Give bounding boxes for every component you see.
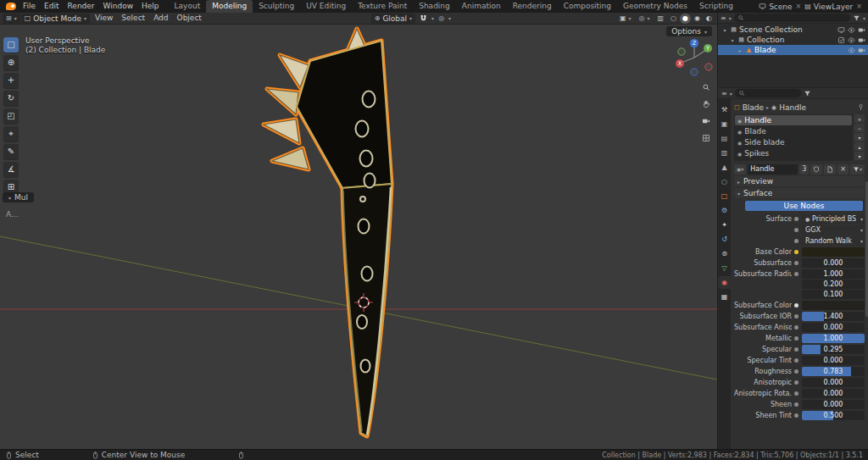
viewport-menu-select[interactable]: Select (117, 14, 149, 22)
shading-wireframe-button[interactable]: ○ (668, 14, 679, 24)
decorator-icon[interactable] (794, 250, 798, 254)
use-nodes-button[interactable]: Use Nodes (745, 201, 863, 211)
axis-z-negative-handle[interactable] (691, 69, 698, 75)
unlink-material-icon[interactable]: × (837, 164, 849, 175)
material-name-field[interactable]: Handle (748, 164, 798, 175)
move-tool[interactable]: + (3, 73, 19, 88)
subsurface-color-control[interactable] (802, 301, 865, 310)
menu-render[interactable]: Render (64, 2, 99, 10)
properties-editor-icon[interactable]: ≡ (721, 90, 727, 97)
navigation-gizmo[interactable]: Z X Y (671, 35, 717, 80)
menu-window[interactable]: Window (99, 2, 138, 10)
number-field[interactable]: 0.100 (802, 290, 865, 299)
viewport-menu-add[interactable]: Add (149, 14, 172, 22)
pin-icon[interactable] (857, 103, 865, 111)
menu-edit[interactable]: Edit (40, 2, 63, 10)
proportional-options-chevron[interactable]: ▾ (448, 15, 451, 21)
properties-tab-texture[interactable]: ▦ (718, 291, 731, 303)
viewport-menu-object[interactable]: Object (173, 14, 206, 22)
eye-icon[interactable] (848, 47, 855, 54)
decorator-icon[interactable] (794, 380, 798, 385)
scene-unlink-icon[interactable]: × (795, 3, 803, 10)
snap-toggle[interactable] (416, 14, 431, 24)
material-slot-side-blade[interactable]: ◉Side blade (735, 137, 852, 147)
anisotropic-control[interactable]: 0.000 (802, 378, 865, 387)
cursor-tool[interactable]: ⊕ (3, 55, 19, 70)
camera-view-icon[interactable] (699, 114, 712, 127)
decorator-icon[interactable] (794, 239, 798, 243)
axis-x-negative-handle[interactable] (705, 64, 712, 70)
outliner-row-scene-collection[interactable]: ▾▤Scene Collection (718, 25, 868, 35)
workspace-tab-rendering[interactable]: Rendering (507, 0, 558, 13)
eye-icon[interactable] (848, 26, 855, 34)
new-material-icon[interactable] (824, 164, 836, 175)
properties-tab-world[interactable]: ○ (718, 175, 731, 188)
add-slot-button[interactable]: + (854, 114, 865, 123)
surface-panel-header[interactable]: ▾ Surface (734, 188, 865, 198)
properties-tab-particles[interactable]: ✦ (718, 219, 731, 231)
menu-help[interactable]: Help (137, 2, 164, 10)
blade-object[interactable] (264, 29, 392, 436)
snap-options-chevron[interactable]: ▾ (431, 15, 434, 21)
rotate-tool[interactable]: ↻ (3, 91, 19, 106)
slot-specials-button[interactable]: ▾ (854, 133, 865, 141)
decorator-icon[interactable] (794, 391, 798, 396)
transform-tool[interactable]: ⌖ (3, 126, 19, 141)
fake-user-shield-icon[interactable] (810, 164, 822, 175)
menu-file[interactable]: File (19, 2, 40, 10)
sheen-control[interactable]: 0.000 (802, 400, 865, 409)
properties-search-input[interactable] (735, 89, 801, 97)
perspective-toggle-icon[interactable] (699, 131, 712, 144)
workspace-tab-scripting[interactable]: Scripting (693, 0, 739, 13)
material-browse-button[interactable]: ◉▾ (734, 164, 746, 175)
workspace-tab-texture-paint[interactable]: Texture Paint (352, 0, 413, 13)
properties-tab-output[interactable]: ▤ (718, 132, 731, 145)
outliner-row-collection[interactable]: ▾▤Collection (718, 35, 868, 45)
decorator-icon[interactable] (794, 217, 798, 221)
random-walk-control[interactable]: Random Walk▾ (802, 236, 865, 246)
subsurface-aniso-control[interactable]: 0.000 (802, 323, 865, 332)
expander-icon[interactable]: ▾ (721, 27, 728, 33)
subsurface-ior-control[interactable]: 1.400 (802, 312, 865, 321)
workspace-tab-modeling[interactable]: Modeling (206, 0, 253, 13)
decorator-icon[interactable] (794, 413, 798, 418)
workspace-tab-uv-editing[interactable]: UV Editing (300, 0, 352, 13)
show-gizmo-toggle[interactable]: ▣▾ (616, 14, 635, 24)
transform-orientation-selector[interactable]: ⊕Global▾ (371, 14, 415, 24)
remove-slot-button[interactable]: − (854, 124, 865, 132)
material-users-button[interactable]: 3 (799, 164, 809, 175)
proportional-editing-toggle[interactable]: ◎ (435, 14, 448, 24)
properties-tab-object[interactable]: □ (718, 190, 731, 202)
material-slot-handle[interactable]: ◉Handle (735, 115, 852, 125)
properties-tab-tool[interactable]: ⚒ (718, 103, 731, 116)
scale-tool[interactable]: ◰ (3, 108, 19, 124)
decorator-icon[interactable] (794, 358, 798, 363)
properties-tab-physics[interactable]: ↺ (718, 233, 731, 246)
material-slot-spikes[interactable]: ◉Spikes (735, 148, 852, 158)
properties-tab-scene[interactable]: ▲ (718, 161, 731, 174)
camera-icon[interactable] (858, 36, 865, 44)
roughness-control[interactable]: 0.783 (802, 367, 865, 376)
workspace-tab-animation[interactable]: Animation (456, 0, 507, 13)
filter-icon[interactable] (853, 14, 860, 22)
base-color-control[interactable] (802, 247, 865, 257)
annotate-tool[interactable]: ✎ (3, 144, 19, 159)
sheen-tint-control[interactable]: 0.500 (802, 411, 865, 420)
expander-icon[interactable]: ▾ (729, 37, 736, 43)
decorator-icon[interactable] (794, 402, 798, 407)
workspace-tab-shading[interactable]: Shading (413, 0, 456, 13)
camera-icon[interactable] (858, 26, 865, 34)
metallic-control[interactable]: 1.000 (802, 334, 865, 343)
mode-selector[interactable]: □Object Mode▾ (21, 14, 90, 24)
workspace-tab-sculpting[interactable]: Sculpting (253, 0, 300, 13)
checkbox-icon[interactable] (837, 36, 845, 44)
monitor-icon[interactable] (837, 26, 845, 34)
editor-type-selector[interactable]: ⊞▾ (3, 14, 20, 24)
specular-control[interactable]: 0.295 (802, 345, 865, 354)
move-slot-up-button[interactable]: ▴ (854, 142, 865, 151)
outliner-search-input[interactable] (734, 14, 850, 22)
decorator-icon[interactable] (794, 314, 798, 319)
show-overlays-toggle[interactable]: ◎▾ (636, 14, 654, 24)
decorator-icon[interactable] (794, 347, 798, 352)
specular-tint-control[interactable]: 0.000 (802, 356, 865, 365)
